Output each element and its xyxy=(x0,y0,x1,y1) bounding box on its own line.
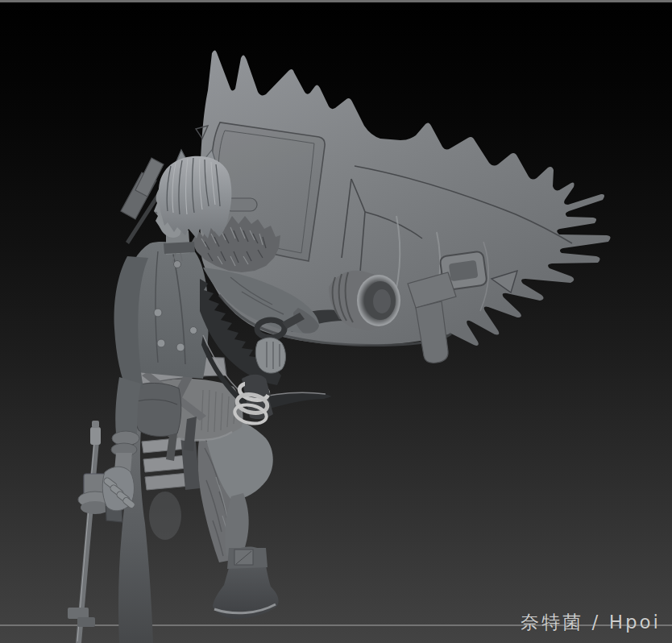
fist-hand xyxy=(255,313,305,373)
viewport: 奈特菌 / Hpoi xyxy=(0,0,672,643)
model-canvas[interactable] xyxy=(0,0,672,643)
hair xyxy=(159,150,231,239)
watermark: 奈特菌 / Hpoi xyxy=(521,610,661,635)
banner-strap-tab xyxy=(416,301,448,363)
glove-hand xyxy=(102,467,136,511)
